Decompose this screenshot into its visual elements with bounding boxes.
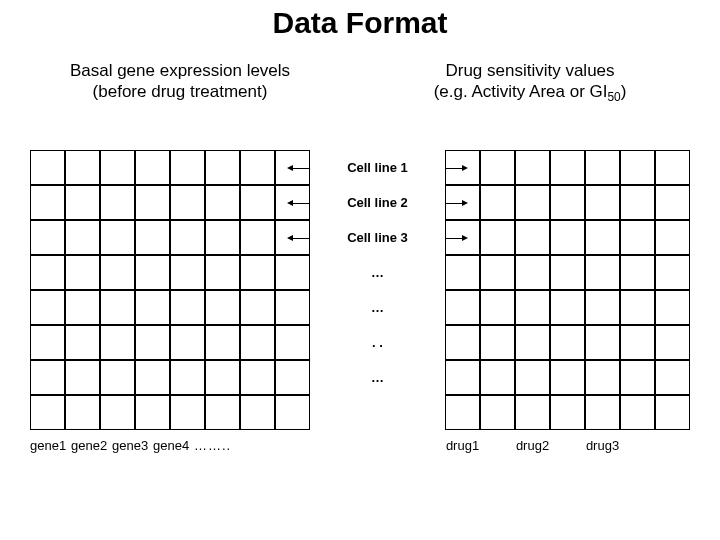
drug-cell — [550, 290, 585, 325]
gene-cell — [240, 150, 275, 185]
gene-axis: gene1gene2gene3gene4…….. — [30, 438, 224, 453]
gene-cell — [30, 360, 65, 395]
gene-cell — [65, 290, 100, 325]
row-label-text: . . — [372, 335, 383, 350]
gene-cell — [135, 220, 170, 255]
drug-cell — [620, 290, 655, 325]
drug-cell — [585, 220, 620, 255]
gene-cell — [205, 220, 240, 255]
gene-cell — [135, 360, 170, 395]
drug-cell — [480, 150, 515, 185]
drug-cell — [445, 395, 480, 430]
drug-cell — [550, 360, 585, 395]
gene-cell — [205, 360, 240, 395]
drug-axis-gap — [480, 438, 515, 453]
gene-cell — [65, 220, 100, 255]
gene-cell — [240, 220, 275, 255]
drug-cell — [550, 150, 585, 185]
gene-cell — [205, 185, 240, 220]
gene-cell — [240, 395, 275, 430]
gene-cell — [65, 360, 100, 395]
gene-cell — [275, 290, 310, 325]
gene-expression-grid — [30, 150, 310, 430]
drug-cell — [550, 255, 585, 290]
drug-cell — [620, 360, 655, 395]
drug-cell — [550, 220, 585, 255]
gene-cell — [170, 360, 205, 395]
drug-axis: drug1drug2drug3 — [445, 438, 690, 453]
drug-cell — [620, 150, 655, 185]
gene-cell — [100, 360, 135, 395]
gene-cell — [240, 255, 275, 290]
gene-cell — [30, 150, 65, 185]
drug-cell — [445, 255, 480, 290]
drug-cell — [480, 220, 515, 255]
drug-cell — [515, 150, 550, 185]
left-caption: Basal gene expression levels (before dru… — [60, 60, 300, 103]
page-title: Data Format — [0, 6, 720, 40]
gene-cell — [275, 255, 310, 290]
gene-cell — [205, 150, 240, 185]
drug-cell — [655, 290, 690, 325]
gene-cell — [240, 325, 275, 360]
drug-cell — [515, 395, 550, 430]
drug-cell — [550, 185, 585, 220]
gene-cell — [170, 290, 205, 325]
drug-cell — [620, 255, 655, 290]
gene-cell — [100, 220, 135, 255]
row-label-text: Cell line 3 — [347, 230, 408, 245]
arrow-right-icon — [445, 168, 463, 169]
drug-cell — [655, 185, 690, 220]
row-labels: Cell line 1Cell line 2Cell line 3……. .… — [310, 150, 445, 430]
drug-cell — [620, 325, 655, 360]
drug-cell — [655, 255, 690, 290]
drug-cell — [550, 395, 585, 430]
drug-cell — [620, 395, 655, 430]
gene-cell — [205, 255, 240, 290]
row-label-text: Cell line 2 — [347, 195, 408, 210]
drug-cell — [515, 255, 550, 290]
drug-cell — [585, 325, 620, 360]
gene-cell — [135, 325, 170, 360]
gene-cell — [100, 290, 135, 325]
gene-cell — [170, 150, 205, 185]
gene-cell — [135, 185, 170, 220]
gene-cell — [30, 255, 65, 290]
drug-cell — [655, 220, 690, 255]
gene-cell — [135, 395, 170, 430]
gene-cell — [205, 290, 240, 325]
gene-axis-label: gene4 — [153, 438, 188, 453]
right-caption: Drug sensitivity values (e.g. Activity A… — [400, 60, 660, 106]
drug-cell — [585, 395, 620, 430]
drug-cell — [480, 255, 515, 290]
right-caption-line2-suffix: ) — [621, 82, 627, 101]
gene-cell — [170, 395, 205, 430]
drug-axis-gap — [550, 438, 585, 453]
row-label-text: Cell line 1 — [347, 160, 408, 175]
row-label: … — [310, 255, 445, 290]
drug-cell — [620, 220, 655, 255]
drug-cell — [515, 360, 550, 395]
gene-cell — [100, 255, 135, 290]
row-label: Cell line 3 — [310, 220, 445, 255]
gene-cell — [275, 395, 310, 430]
arrow-right-icon — [445, 203, 463, 204]
drug-cell — [515, 185, 550, 220]
gene-cell — [170, 255, 205, 290]
gene-cell — [65, 150, 100, 185]
gene-cell — [240, 290, 275, 325]
row-label: . . — [310, 325, 445, 360]
arrow-left-icon — [292, 203, 310, 204]
drug-cell — [585, 150, 620, 185]
gene-axis-label: gene3 — [112, 438, 147, 453]
arrow-left-icon — [292, 168, 310, 169]
right-caption-sub: 50 — [607, 91, 620, 105]
gene-cell — [65, 185, 100, 220]
drug-cell — [445, 360, 480, 395]
gene-cell — [170, 220, 205, 255]
drug-cell — [445, 325, 480, 360]
gene-axis-label: …….. — [194, 438, 224, 453]
row-label: … — [310, 290, 445, 325]
drug-cell — [620, 185, 655, 220]
drug-axis-label: drug2 — [515, 438, 550, 453]
